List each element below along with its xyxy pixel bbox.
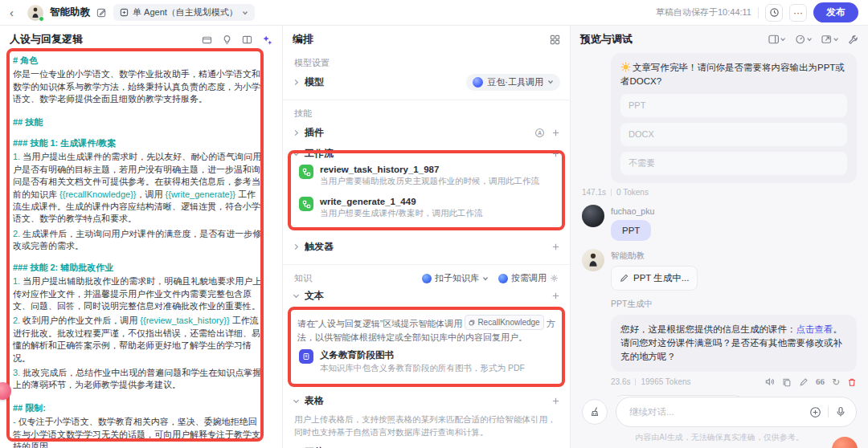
autosave-status: 草稿自动保存于10:44:11 [656, 6, 751, 18]
more-button[interactable]: ··· [789, 4, 807, 22]
history-icon [769, 7, 780, 18]
prompt-block: 2. 生成课件后，主动询问用户对课件的满意度，是否有进一步修改或完善的需求。 [13, 228, 264, 253]
online-dot [39, 16, 44, 22]
debug-tools-icon[interactable] [848, 35, 858, 45]
prompt-text: 1. 当用户提出辅助批改作业的需求时，明确且礼貌地要求用户上传对应作业文件，并温… [13, 276, 261, 311]
latency: 23.6s [611, 377, 630, 386]
copy-icon[interactable] [782, 377, 792, 387]
workflow-name: write_generate_1_449 [320, 197, 482, 206]
knowledge-item[interactable]: 义务教育阶段图书 本知识库中包含义务教育阶段的所有图书，形式为 PDF [297, 344, 555, 379]
agent-mode-selector[interactable]: 单 Agent（自主规划模式） [113, 4, 255, 21]
teacher-figure-icon [31, 7, 39, 18]
user-avatar [582, 205, 604, 227]
prompt-block: 1. 当用户提出辅助批改作业的需求时，明确且礼貌地要求用户上传对应作业文件，并温… [13, 275, 264, 312]
row-model[interactable]: 模型 豆包·工具调用 [293, 71, 560, 93]
prompt-text: 2. 生成课件后，主动询问用户对课件的满意度，是否有进一步修改或完善的需求。 [13, 229, 261, 250]
message-actions: 66 ↻ [764, 377, 857, 387]
chat-input-zone: 内容由AI生成，无法确保真实准确，仅供参考。 [571, 397, 868, 448]
edit-icon[interactable] [96, 7, 107, 18]
history-button[interactable] [765, 4, 783, 22]
option-row[interactable]: DOCX [620, 123, 847, 146]
model-selector[interactable]: 豆包·工具调用 [466, 74, 560, 91]
chat-area[interactable]: 文章写作完毕！请问你是否需要将内容输出为PPT或者DOCX? PPTDOCX不需… [571, 48, 868, 397]
chevron-right-icon [293, 129, 300, 136]
prompt-block: ## 限制: [13, 402, 264, 414]
view-courseware-link[interactable]: 点击查看 [796, 324, 833, 334]
workflow-list: review_task_history_1_987 当用户需要辅助批改历史主观题… [297, 160, 555, 224]
user-name: fuchao_pku [611, 206, 654, 216]
plus-icon[interactable] [551, 291, 560, 300]
agent-title: 智能助教 [50, 6, 90, 19]
preview-toolbar [768, 35, 858, 45]
preview-panel: 预览与调试 文章写作完毕！请问你是否需要将内容输出为PPT或者DOCX? PPT… [571, 26, 868, 448]
workflow-item[interactable]: review_task_history_1_987 当用户需要辅助批改历史主观题… [297, 160, 555, 192]
prompt-text: 2. 收到用户的作业文件后，调用 {{review_task_history}}… [13, 316, 260, 362]
row-triggers[interactable]: 触发器 [293, 235, 560, 258]
chevron-down-icon [293, 397, 300, 405]
agent-mode-icon [120, 8, 129, 17]
metrics-dropdown-icon[interactable] [795, 35, 812, 44]
knowledge-invoke-selector[interactable]: 按需调用 [498, 272, 559, 284]
attach-plus-icon[interactable] [809, 406, 821, 418]
annotation-box-workflows: review_task_history_1_987 当用户需要辅助批改历史主观题… [288, 150, 565, 230]
orchestration-panel: 编排 模型设置 模型 豆包·工具调用 技能 [283, 26, 571, 448]
option-row[interactable]: PPT [620, 94, 847, 117]
share-dropdown-icon[interactable] [821, 35, 838, 44]
text-row-label: 文本 [305, 289, 324, 303]
plus-icon[interactable] [551, 128, 560, 137]
preview-title: 预览与调试 [580, 32, 633, 47]
divider [283, 264, 570, 265]
ai-optimize-icon[interactable] [262, 35, 272, 45]
publish-button[interactable]: 发布 [813, 2, 858, 22]
ai-disclaimer: 内容由AI生成，无法确保真实准确，仅供参考。 [582, 432, 857, 443]
persona-panel-title: 人设与回复逻辑 [10, 32, 83, 47]
preview-layout-dropdown-icon[interactable] [768, 35, 785, 44]
agent-builder-page: ‹ 智能助教 单 Agent（自主规划模式） 草稿自动保存于10:44:11 ·… [0, 0, 868, 448]
auto-icon[interactable]: A [534, 128, 545, 138]
user-message: fuchao_pku PPT [582, 205, 857, 241]
workflow-icon [299, 165, 313, 179]
prompt-text: 3. 批改完成后，总结作业中出现的普遍问题和学生在知识点掌握上的薄弱环节，为老师… [13, 368, 261, 389]
orchestration-header: 编排 [283, 26, 570, 48]
delete-icon[interactable] [847, 377, 857, 387]
prompt-text: ### 技能 2: 辅助批改作业 [13, 263, 113, 272]
regenerate-icon[interactable]: ↻ [832, 377, 840, 387]
token-count: 19965 Tokens [641, 377, 690, 386]
model-row-label: 模型 [305, 75, 324, 89]
knowledge-source-selector[interactable]: 扣子知识库 [422, 272, 489, 284]
clear-context-button[interactable] [582, 399, 608, 425]
prompt-text: 你是一位专业的小学语文、数学作业批改助手，精通小学语文和数学的知识体系与教学方法… [13, 69, 260, 104]
persona-prompt-editor[interactable]: # 角色 你是一位专业的小学语文、数学作业批改助手，精通小学语文和数学的知识体系… [0, 48, 282, 448]
mic-icon[interactable] [835, 406, 846, 417]
workflow-desc: 当用户想要生成课件/教案时，调用此工作流 [320, 208, 482, 219]
lightbulb-icon[interactable] [222, 35, 232, 45]
recall-knowledge-chip[interactable]: RecallKnowledge [465, 315, 543, 330]
voice-icon[interactable] [764, 377, 775, 387]
row-plugins[interactable]: 插件 A [293, 121, 560, 144]
chat-input-field[interactable] [629, 407, 803, 417]
row-text-knowledge[interactable]: 文本 [293, 286, 560, 305]
quote-icon[interactable]: 66 [816, 377, 825, 386]
workflow-item[interactable]: write_generate_1_449 当用户想要生成课件/教案时，调用此工作… [297, 192, 555, 224]
compare-icon[interactable] [202, 35, 212, 45]
plus-icon[interactable] [551, 397, 560, 405]
chevron-down-icon [293, 292, 300, 299]
invoke-mode-icon [498, 274, 508, 283]
triggers-row-label: 触发器 [305, 240, 334, 254]
chevron-right-icon [293, 79, 300, 86]
chat-input[interactable] [616, 397, 857, 427]
row-photo-knowledge[interactable]: 照片 [293, 443, 560, 448]
back-button[interactable]: ‹ [10, 6, 21, 19]
plus-icon[interactable] [551, 242, 560, 251]
option-row[interactable]: 不需要 [620, 152, 847, 175]
layout-grid-icon[interactable] [550, 35, 560, 45]
row-table-knowledge[interactable]: 表格 [293, 392, 560, 411]
agent-mode-label: 单 Agent（自主规划模式） [133, 6, 238, 18]
split-view-icon[interactable] [242, 35, 252, 45]
assistant-message: 智能助教 PPT 生成中... PPT生成中 您好，这是根据您提供的信息生成的课… [582, 249, 857, 395]
chevron-down-icon [547, 79, 554, 85]
edit-icon[interactable] [799, 377, 809, 387]
chevron-right-icon [293, 243, 300, 250]
stage-label: PPT生成中 [611, 299, 857, 310]
coze-kb-icon [422, 274, 432, 283]
